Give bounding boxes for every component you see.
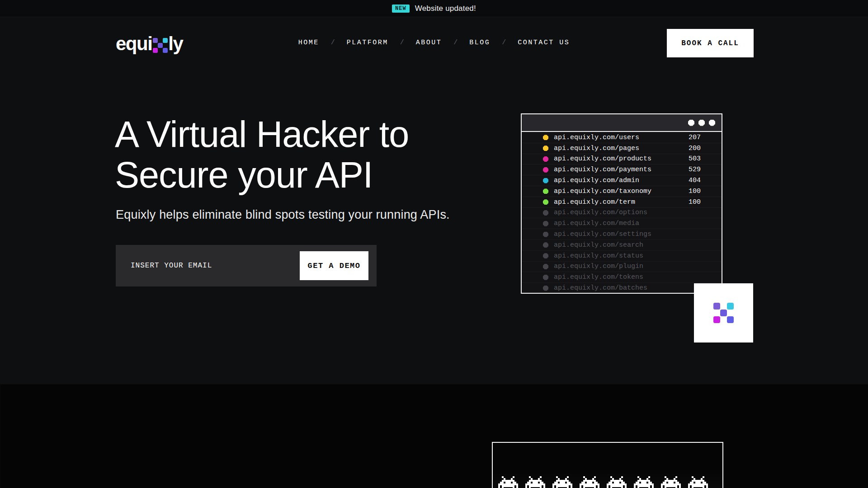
status-dot-icon bbox=[543, 145, 548, 151]
status-dot-icon bbox=[543, 275, 548, 280]
endpoint-url: api.equixly.com/term bbox=[554, 198, 635, 206]
pixel-x-gap bbox=[720, 316, 727, 323]
status-code: 404 bbox=[689, 177, 701, 184]
endpoint-url: api.equixly.com/users bbox=[554, 134, 639, 141]
nav-item-about[interactable]: ABOUT bbox=[416, 39, 442, 47]
endpoint-url: api.equixly.com/products bbox=[554, 155, 651, 163]
endpoint-url: api.equixly.com/settings bbox=[554, 230, 651, 238]
endpoint-url: api.equixly.com/tokens bbox=[554, 273, 643, 281]
endpoint-row: api.equixly.com/admin404 bbox=[522, 175, 722, 186]
endpoint-url: api.equixly.com/options bbox=[554, 209, 647, 216]
pixel-x-gap bbox=[158, 48, 163, 53]
api-terminal-window: api.equixly.com/users207api.equixly.com/… bbox=[521, 113, 722, 294]
pixel-x-gap bbox=[720, 303, 727, 310]
space-invader-icon bbox=[525, 476, 545, 488]
endpoint-row: api.equixly.com/options bbox=[522, 208, 722, 219]
pixel-x-cell bbox=[727, 303, 734, 310]
endpoint-url: api.equixly.com/search bbox=[554, 241, 643, 249]
status-dot-icon bbox=[543, 178, 548, 183]
space-invader-icon bbox=[498, 476, 518, 488]
space-invaders-panel bbox=[492, 442, 723, 488]
status-code: 200 bbox=[689, 145, 701, 152]
endpoint-row: api.equixly.com/settings bbox=[522, 229, 722, 240]
new-badge: NEW bbox=[392, 5, 410, 13]
pixel-x-cell bbox=[727, 316, 734, 323]
nav-item-platform[interactable]: PLATFORM bbox=[347, 39, 388, 47]
announcement-banner: NEW Website updated! bbox=[0, 0, 868, 17]
endpoint-url: api.equixly.com/batches bbox=[554, 284, 647, 292]
pixel-x-cell bbox=[713, 316, 720, 323]
endpoint-row: api.equixly.com/status bbox=[522, 251, 722, 262]
endpoint-row: api.equixly.com/term100 bbox=[522, 197, 722, 208]
window-dot-icon bbox=[709, 120, 715, 126]
endpoint-url: api.equixly.com/plugin bbox=[554, 263, 643, 270]
terminal-titlebar bbox=[522, 114, 722, 132]
book-a-call-button[interactable]: BOOK A CALL bbox=[667, 29, 754, 57]
endpoint-row: api.equixly.com/tokens bbox=[522, 272, 722, 283]
pixel-x-cell bbox=[720, 310, 727, 316]
pixel-x-cell bbox=[163, 48, 168, 53]
endpoint-row: api.equixly.com/search bbox=[522, 240, 722, 251]
nav-separator: / bbox=[453, 39, 458, 47]
nav-separator: / bbox=[502, 39, 506, 47]
status-dot-icon bbox=[543, 135, 548, 140]
nav-item-home[interactable]: HOME bbox=[298, 39, 319, 47]
status-code: 529 bbox=[689, 166, 701, 174]
nav-item-contact-us[interactable]: CONTACT US bbox=[518, 39, 570, 47]
space-invader-icon bbox=[634, 476, 654, 488]
nav-separator: / bbox=[400, 39, 404, 47]
title-line-2: Secure your API bbox=[115, 155, 373, 195]
status-dot-icon bbox=[543, 188, 548, 194]
nav-item-blog[interactable]: BLOG bbox=[469, 39, 490, 47]
email-input[interactable] bbox=[116, 245, 297, 286]
pixel-x-cell bbox=[153, 48, 158, 53]
status-dot-icon bbox=[543, 199, 548, 205]
space-invader-icon bbox=[552, 476, 572, 488]
window-dot-icon bbox=[698, 120, 705, 126]
endpoint-url: api.equixly.com/status bbox=[554, 252, 643, 260]
endpoint-row: api.equixly.com/users207 bbox=[522, 132, 722, 143]
status-code: 100 bbox=[689, 198, 701, 206]
status-dot-icon bbox=[543, 242, 548, 248]
status-dot-icon bbox=[543, 156, 548, 162]
bottom-section bbox=[0, 384, 868, 488]
space-invader-icon bbox=[661, 476, 681, 488]
status-dot-icon bbox=[543, 167, 548, 173]
endpoint-row: api.equixly.com/batches bbox=[522, 283, 722, 294]
endpoint-row: api.equixly.com/plugin bbox=[522, 262, 722, 272]
endpoint-url: api.equixly.com/admin bbox=[554, 177, 639, 184]
title-line-1: A Virtual Hacker to bbox=[115, 114, 409, 155]
logo-mark-card bbox=[694, 283, 753, 343]
get-a-demo-button[interactable]: GET A DEMO bbox=[300, 251, 368, 280]
status-dot-icon bbox=[543, 264, 548, 269]
endpoint-row: api.equixly.com/pages200 bbox=[522, 143, 722, 154]
status-code: 100 bbox=[689, 188, 701, 195]
endpoint-row: api.equixly.com/products503 bbox=[522, 154, 722, 165]
page-title: A Virtual Hacker to Secure your API bbox=[115, 114, 409, 195]
pixel-x-gap bbox=[727, 310, 734, 316]
status-dot-icon bbox=[543, 221, 548, 226]
endpoint-row: api.equixly.com/taxonomy100 bbox=[522, 186, 722, 197]
site-header: equi ly HOME/PLATFORM/ABOUT/BLOG/CONTACT… bbox=[0, 17, 868, 75]
space-invader-icon bbox=[580, 476, 599, 488]
pixel-x-icon bbox=[713, 303, 734, 323]
pixel-x-cell bbox=[713, 303, 720, 310]
announcement-text: Website updated! bbox=[415, 4, 476, 13]
space-invader-icon bbox=[607, 476, 627, 488]
status-dot-icon bbox=[543, 286, 548, 291]
hero-subtitle: Equixly helps eliminate blind spots test… bbox=[116, 208, 450, 222]
space-invader-icon bbox=[688, 476, 708, 488]
endpoint-row: api.equixly.com/media bbox=[522, 218, 722, 229]
email-capture-form: GET A DEMO bbox=[116, 245, 377, 286]
status-dot-icon bbox=[543, 210, 548, 216]
status-dot-icon bbox=[543, 232, 548, 237]
terminal-body: api.equixly.com/users207api.equixly.com/… bbox=[522, 132, 722, 294]
status-dot-icon bbox=[543, 253, 548, 258]
status-code: 207 bbox=[689, 134, 701, 141]
pixel-x-gap bbox=[713, 310, 720, 316]
nav-separator: / bbox=[331, 39, 335, 47]
endpoint-row: api.equixly.com/payments529 bbox=[522, 164, 722, 175]
status-code: 503 bbox=[689, 155, 701, 163]
endpoint-url: api.equixly.com/pages bbox=[554, 145, 639, 152]
endpoint-url: api.equixly.com/payments bbox=[554, 166, 651, 174]
